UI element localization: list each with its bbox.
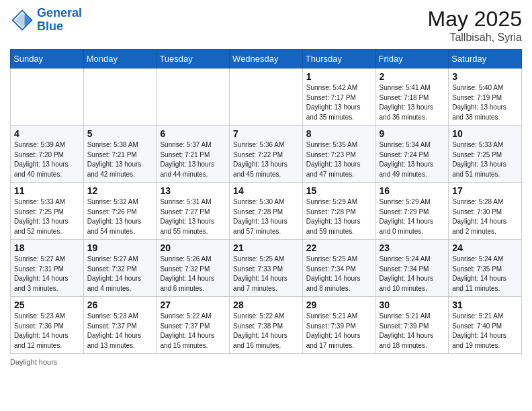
day-number: 31 xyxy=(452,300,518,310)
day-info: Sunrise: 5:36 AMSunset: 7:22 PMDaylight:… xyxy=(233,140,299,179)
day-number: 4 xyxy=(14,128,80,139)
title-block: May 2025 Tallbisah, Syria xyxy=(427,7,522,44)
day-cell: 9Sunrise: 5:34 AMSunset: 7:24 PMDaylight… xyxy=(375,126,449,183)
logo-line1: General xyxy=(37,6,82,19)
day-number: 27 xyxy=(160,300,226,310)
header: General Blue May 2025 Tallbisah, Syria xyxy=(10,7,522,44)
day-info: Sunrise: 5:21 AMSunset: 7:39 PMDaylight:… xyxy=(380,312,445,351)
day-cell: 23Sunrise: 5:24 AMSunset: 7:34 PMDayligh… xyxy=(375,240,449,297)
day-cell: 31Sunrise: 5:21 AMSunset: 7:40 PMDayligh… xyxy=(449,297,522,354)
logo: General Blue xyxy=(10,7,82,34)
day-cell: 26Sunrise: 5:23 AMSunset: 7:37 PMDayligh… xyxy=(83,297,157,354)
week-row-5: 25Sunrise: 5:23 AMSunset: 7:36 PMDayligh… xyxy=(11,297,522,354)
logo-icon xyxy=(10,8,34,32)
week-row-2: 4Sunrise: 5:39 AMSunset: 7:20 PMDaylight… xyxy=(11,126,522,183)
day-cell: 11Sunrise: 5:33 AMSunset: 7:25 PMDayligh… xyxy=(11,183,84,240)
day-number: 20 xyxy=(160,242,226,253)
day-info: Sunrise: 5:21 AMSunset: 7:40 PMDaylight:… xyxy=(452,312,518,351)
week-row-4: 18Sunrise: 5:27 AMSunset: 7:31 PMDayligh… xyxy=(11,240,522,297)
day-info: Sunrise: 5:28 AMSunset: 7:30 PMDaylight:… xyxy=(452,197,518,236)
day-info: Sunrise: 5:41 AMSunset: 7:18 PMDaylight:… xyxy=(380,83,445,122)
day-number: 19 xyxy=(87,242,153,253)
day-cell: 10Sunrise: 5:33 AMSunset: 7:25 PMDayligh… xyxy=(449,126,522,183)
day-number: 21 xyxy=(233,242,299,253)
day-info: Sunrise: 5:42 AMSunset: 7:17 PMDaylight:… xyxy=(306,83,372,122)
day-number: 7 xyxy=(233,128,299,139)
day-info: Sunrise: 5:31 AMSunset: 7:27 PMDaylight:… xyxy=(160,197,226,236)
day-number: 25 xyxy=(14,300,80,310)
day-info: Sunrise: 5:23 AMSunset: 7:36 PMDaylight:… xyxy=(14,312,80,351)
day-cell: 15Sunrise: 5:29 AMSunset: 7:28 PMDayligh… xyxy=(302,183,375,240)
logo-text: General Blue xyxy=(37,7,82,34)
day-cell: 20Sunrise: 5:26 AMSunset: 7:32 PMDayligh… xyxy=(157,240,230,297)
day-cell: 5Sunrise: 5:38 AMSunset: 7:21 PMDaylight… xyxy=(83,126,157,183)
day-number: 24 xyxy=(452,242,518,253)
day-cell: 6Sunrise: 5:37 AMSunset: 7:21 PMDaylight… xyxy=(157,126,230,183)
day-number: 2 xyxy=(380,71,445,82)
day-cell: 17Sunrise: 5:28 AMSunset: 7:30 PMDayligh… xyxy=(449,183,522,240)
weekday-monday: Monday xyxy=(83,50,157,68)
svg-marker-2 xyxy=(25,13,32,28)
day-info: Sunrise: 5:22 AMSunset: 7:37 PMDaylight:… xyxy=(160,312,226,351)
day-number: 9 xyxy=(380,128,445,139)
calendar: SundayMondayTuesdayWednesdayThursdayFrid… xyxy=(10,49,522,354)
day-cell: 19Sunrise: 5:27 AMSunset: 7:32 PMDayligh… xyxy=(83,240,157,297)
day-info: Sunrise: 5:22 AMSunset: 7:38 PMDaylight:… xyxy=(233,312,299,351)
day-info: Sunrise: 5:26 AMSunset: 7:32 PMDaylight:… xyxy=(160,255,226,293)
day-number: 22 xyxy=(306,242,372,253)
day-cell: 2Sunrise: 5:41 AMSunset: 7:18 PMDaylight… xyxy=(375,68,449,126)
day-info: Sunrise: 5:32 AMSunset: 7:26 PMDaylight:… xyxy=(87,197,153,236)
day-info: Sunrise: 5:24 AMSunset: 7:34 PMDaylight:… xyxy=(380,255,445,293)
day-number: 10 xyxy=(452,128,518,139)
day-info: Sunrise: 5:37 AMSunset: 7:21 PMDaylight:… xyxy=(160,140,226,179)
day-info: Sunrise: 5:23 AMSunset: 7:37 PMDaylight:… xyxy=(87,312,153,351)
day-cell: 25Sunrise: 5:23 AMSunset: 7:36 PMDayligh… xyxy=(11,297,84,354)
day-number: 14 xyxy=(233,185,299,196)
day-cell: 30Sunrise: 5:21 AMSunset: 7:39 PMDayligh… xyxy=(375,297,449,354)
day-info: Sunrise: 5:25 AMSunset: 7:33 PMDaylight:… xyxy=(233,255,299,293)
day-number: 1 xyxy=(306,71,372,82)
day-number: 17 xyxy=(452,185,518,196)
day-info: Sunrise: 5:27 AMSunset: 7:32 PMDaylight:… xyxy=(87,255,153,293)
weekday-tuesday: Tuesday xyxy=(157,50,230,68)
day-number: 11 xyxy=(14,185,80,196)
month-year: May 2025 xyxy=(427,7,522,32)
day-number: 3 xyxy=(452,71,518,82)
day-cell: 8Sunrise: 5:35 AMSunset: 7:23 PMDaylight… xyxy=(302,126,375,183)
day-number: 16 xyxy=(380,185,445,196)
page: General Blue May 2025 Tallbisah, Syria S… xyxy=(0,0,532,411)
weekday-friday: Friday xyxy=(375,50,449,68)
day-cell: 22Sunrise: 5:25 AMSunset: 7:34 PMDayligh… xyxy=(302,240,375,297)
day-info: Sunrise: 5:40 AMSunset: 7:19 PMDaylight:… xyxy=(452,83,518,122)
day-info: Sunrise: 5:34 AMSunset: 7:24 PMDaylight:… xyxy=(380,140,445,179)
footer-note: Daylight hours xyxy=(10,358,522,366)
day-cell xyxy=(11,68,84,126)
day-cell: 12Sunrise: 5:32 AMSunset: 7:26 PMDayligh… xyxy=(83,183,157,240)
day-cell: 1Sunrise: 5:42 AMSunset: 7:17 PMDaylight… xyxy=(302,68,375,126)
day-info: Sunrise: 5:38 AMSunset: 7:21 PMDaylight:… xyxy=(87,140,153,179)
day-cell: 18Sunrise: 5:27 AMSunset: 7:31 PMDayligh… xyxy=(11,240,84,297)
day-number: 30 xyxy=(380,300,445,310)
day-number: 28 xyxy=(233,300,299,310)
day-cell: 28Sunrise: 5:22 AMSunset: 7:38 PMDayligh… xyxy=(230,297,303,354)
logo-line2: Blue xyxy=(37,19,63,33)
day-number: 13 xyxy=(160,185,226,196)
day-cell: 16Sunrise: 5:29 AMSunset: 7:29 PMDayligh… xyxy=(375,183,449,240)
day-info: Sunrise: 5:25 AMSunset: 7:34 PMDaylight:… xyxy=(306,255,372,293)
day-cell: 29Sunrise: 5:21 AMSunset: 7:39 PMDayligh… xyxy=(302,297,375,354)
day-cell: 7Sunrise: 5:36 AMSunset: 7:22 PMDaylight… xyxy=(230,126,303,183)
day-info: Sunrise: 5:35 AMSunset: 7:23 PMDaylight:… xyxy=(306,140,372,179)
weekday-saturday: Saturday xyxy=(449,50,522,68)
day-number: 12 xyxy=(87,185,153,196)
week-row-1: 1Sunrise: 5:42 AMSunset: 7:17 PMDaylight… xyxy=(11,68,522,126)
day-number: 18 xyxy=(14,242,80,253)
day-cell: 4Sunrise: 5:39 AMSunset: 7:20 PMDaylight… xyxy=(11,126,84,183)
day-cell xyxy=(83,68,157,126)
weekday-sunday: Sunday xyxy=(11,50,84,68)
day-number: 8 xyxy=(306,128,372,139)
day-number: 5 xyxy=(87,128,153,139)
day-number: 15 xyxy=(306,185,372,196)
day-info: Sunrise: 5:24 AMSunset: 7:35 PMDaylight:… xyxy=(452,255,518,293)
week-row-3: 11Sunrise: 5:33 AMSunset: 7:25 PMDayligh… xyxy=(11,183,522,240)
weekday-thursday: Thursday xyxy=(302,50,375,68)
